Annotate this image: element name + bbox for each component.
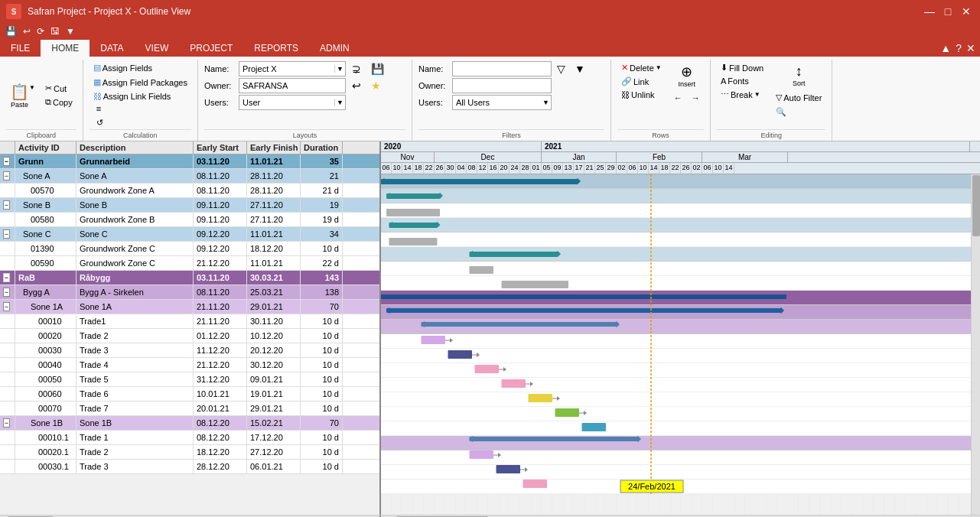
fill-down-button[interactable]: ⬇ Fill Down: [717, 61, 767, 74]
table-row[interactable]: 00020.1 Trade 2 18.12.20 27.12.20 10 d: [0, 445, 379, 460]
fonts-button[interactable]: A Fonts: [717, 75, 767, 87]
filter-funnel-2-button[interactable]: ▽: [553, 61, 569, 76]
table-row[interactable]: − Sone A Sone A 08.11.20 28.11.20 21: [0, 169, 379, 184]
auto-filter-button[interactable]: ▽ Auto Filter: [772, 91, 825, 104]
table-row[interactable]: 01390 Groundwork Zone C 09.12.20 18.12.2…: [0, 242, 379, 256]
table-row[interactable]: − Sone B Sone B 09.11.20 27.11.20 19: [0, 198, 379, 213]
help-button[interactable]: ?: [956, 42, 962, 54]
fill-down-icon: ⬇: [721, 63, 728, 73]
undo-qa-button[interactable]: ↩: [21, 25, 33, 37]
assign-field-packages-button[interactable]: ▦ Assign Field Packages: [90, 76, 191, 89]
print-qa-button[interactable]: 🖫: [48, 25, 62, 37]
day-col: 09: [552, 163, 563, 174]
collapse-icon[interactable]: −: [3, 273, 10, 282]
collapse-icon[interactable]: −: [3, 288, 10, 297]
assign-link-fields-button[interactable]: ⛓ Assign Link Fields: [90, 90, 175, 102]
layout-undo-button[interactable]: ↩: [348, 78, 365, 93]
ribbon-up-button[interactable]: ▲: [940, 42, 951, 54]
tab-home[interactable]: HOME: [41, 40, 90, 57]
tab-file[interactable]: FILE: [0, 40, 41, 57]
table-row[interactable]: 00580 Groundwork Zone B 09.11.20 27.11.2…: [0, 213, 379, 227]
tab-project[interactable]: PROJECT: [179, 40, 243, 57]
ribbon: 📋 Paste ▼ ✂ Cut ⧉ Copy Clipboard ▤: [0, 57, 980, 141]
table-row[interactable]: − Sone C Sone C 09.12.20 11.01.21 34: [0, 227, 379, 242]
minimize-button[interactable]: —: [922, 4, 937, 19]
layout-users-dropdown[interactable]: ▼: [334, 99, 345, 106]
table-row[interactable]: − Sone 1A Sone 1A 21.11.20 29.01.21 70: [0, 300, 379, 314]
copy-button[interactable]: ⧉ Copy: [41, 96, 77, 109]
tab-reports[interactable]: REPORTS: [243, 40, 309, 57]
indent-button[interactable]: ←: [670, 92, 686, 104]
table-row[interactable]: 00010.1 Trade 1 08.12.20 17.12.20 10 d: [0, 431, 379, 445]
delete-button[interactable]: ✕ Delete ▼: [617, 61, 666, 74]
filter-funnel-button[interactable]: ⊋: [348, 61, 365, 76]
redo-qa-button[interactable]: ⟳: [34, 25, 47, 37]
break-button[interactable]: ⋯ Break ▼: [717, 88, 767, 101]
day-col: 24: [510, 163, 520, 174]
outdent-button[interactable]: →: [688, 92, 704, 104]
collapse-icon[interactable]: −: [3, 171, 10, 180]
bar-00580: [389, 238, 438, 245]
arrow-00050: [557, 396, 560, 401]
table-row[interactable]: 00040 Trade 4 21.12.20 30.12.20 10 d: [0, 358, 379, 372]
save-qa-button[interactable]: 💾: [3, 25, 19, 37]
unlink-button[interactable]: ⛓ Unlink: [617, 89, 666, 101]
table-row[interactable]: 00030 Trade 3 11.12.20 20.12.20 10 d: [0, 343, 379, 358]
maximize-button[interactable]: □: [940, 4, 956, 19]
table-row[interactable]: 00070 Trade 7 20.01.21 29.01.21 10 d: [0, 402, 379, 416]
cut-button[interactable]: ✂ Cut: [41, 82, 77, 95]
app-logo: S: [6, 4, 21, 19]
layout-owner-value: SAFRANSA: [239, 81, 291, 90]
close-button[interactable]: ✕: [959, 4, 974, 19]
filter-name-input[interactable]: [452, 61, 552, 76]
collapse-icon[interactable]: −: [3, 200, 10, 210]
scrollbar-thumb[interactable]: [972, 175, 980, 236]
vertical-scrollbar[interactable]: [971, 174, 980, 515]
day-col: 10: [713, 163, 724, 174]
collapse-icon[interactable]: −: [3, 229, 10, 239]
table-row[interactable]: − Sone 1B Sone 1B 08.12.20 15.02.21 70: [0, 416, 379, 431]
table-row[interactable]: 00010 Trade1 21.11.20 30.11.20 10 d: [0, 314, 379, 329]
tab-data[interactable]: DATA: [90, 40, 134, 57]
tab-admin[interactable]: ADMIN: [309, 40, 360, 57]
filter-users-dropdown[interactable]: ▼: [541, 99, 551, 106]
link-button[interactable]: 🔗 Link: [617, 75, 666, 88]
table-row[interactable]: 00030.1 Trade 3 28.12.20 06.01.21 10 d: [0, 460, 379, 474]
sort-button[interactable]: ↕ Sort: [772, 61, 825, 89]
save-layout-button[interactable]: 💾: [367, 61, 388, 76]
table-row[interactable]: 00050 Trade 5 31.12.20 09.01.21 10 d: [0, 372, 379, 387]
table-row[interactable]: 00570 Groundwork Zone A 08.11.20 28.11.2…: [0, 184, 379, 198]
assign-fields-button[interactable]: ▤ Assign Fields: [90, 61, 156, 74]
year-2021: 2021: [542, 141, 970, 151]
tab-view[interactable]: VIEW: [135, 40, 180, 57]
table-row[interactable]: 00020 Trade 2 01.12.20 10.12.20 10 d: [0, 329, 379, 343]
collapse-icon[interactable]: −: [3, 157, 10, 166]
recalc-button[interactable]: ↺: [93, 116, 191, 129]
table-header: Activity ID Description Early Start Earl…: [0, 141, 379, 154]
layout-name-dropdown[interactable]: ▼: [334, 65, 345, 73]
window-controls[interactable]: — □ ✕: [922, 4, 974, 19]
filter-funnel-3-button[interactable]: ▼: [571, 61, 589, 76]
paste-button[interactable]: 📋 Paste ▼: [6, 80, 40, 111]
collapse-icon[interactable]: −: [3, 302, 10, 311]
filter-owner-input[interactable]: [452, 78, 552, 93]
collapse-icon[interactable]: −: [3, 418, 10, 428]
bar-rab: [381, 294, 786, 299]
bar-00030: [475, 365, 500, 373]
table-row[interactable]: − Bygg A Bygg A - Sirkelen 08.11.20 25.0…: [0, 285, 379, 300]
date-badge-text: 24/Feb/2021: [628, 482, 676, 491]
filter-list-button[interactable]: ≡: [93, 102, 191, 115]
table-row[interactable]: − Grunn Grunnarbeid 03.11.20 11.01.21 35: [0, 154, 379, 169]
table-row[interactable]: 00060 Trade 6 10.01.21 19.01.21 10 d: [0, 387, 379, 402]
layout-star-button[interactable]: ★: [367, 78, 385, 93]
ribbon-close-button[interactable]: ✕: [966, 42, 975, 54]
table-row[interactable]: 00590 Groundwork Zone C 21.12.20 11.01.2…: [0, 256, 379, 271]
day-col: 12: [477, 163, 488, 174]
ribbon-group-layouts: Name: Project X ▼ ⊋ 💾 Owner: SAFRANSA ↩ …: [198, 60, 412, 141]
table-row[interactable]: − RaB Råbygg 03.11.20 30.03.21 143: [0, 271, 379, 285]
dropdown-qa-button[interactable]: ▼: [63, 25, 77, 37]
editing-label: Editing: [717, 129, 825, 139]
insert-button[interactable]: ⊕ Insert: [673, 61, 701, 90]
search-button[interactable]: 🔍: [772, 106, 825, 119]
bar-00060: [555, 408, 580, 417]
